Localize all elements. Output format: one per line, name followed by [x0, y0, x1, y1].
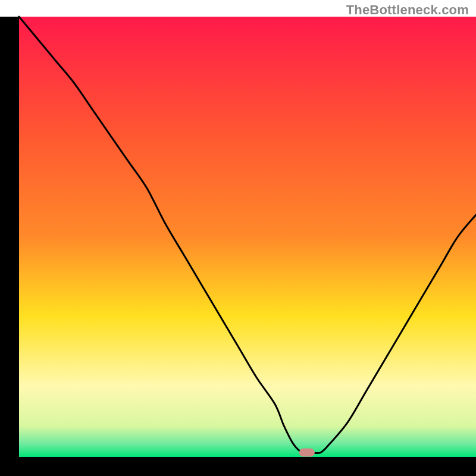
axis-bottom-bar	[0, 457, 476, 476]
corner-tl	[0, 0, 19, 17]
bottleneck-chart	[0, 0, 476, 476]
plot-background	[19, 17, 476, 457]
chart-container: TheBottleneck.com	[0, 0, 476, 476]
optimal-point-marker	[299, 449, 315, 457]
watermark-text: TheBottleneck.com	[346, 2, 469, 18]
axis-left-bar-2	[0, 17, 19, 457]
